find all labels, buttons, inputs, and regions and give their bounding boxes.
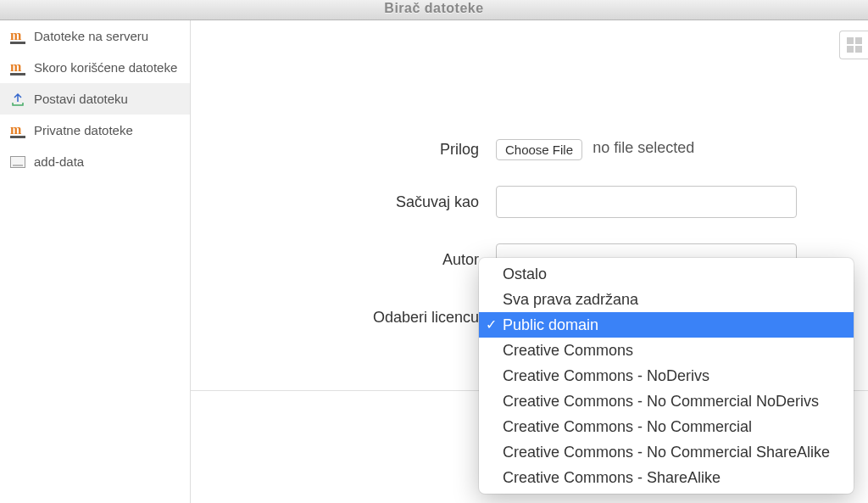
author-label: Autor <box>216 251 496 269</box>
license-option[interactable]: Creative Commons - ShareAlike <box>479 465 854 490</box>
attachment-label: Prilog <box>216 141 496 159</box>
license-option[interactable]: Creative Commons - No Commercial ShareAl… <box>479 439 854 465</box>
main-panel: Prilog Choose File no file selected Saču… <box>191 20 868 503</box>
license-option[interactable]: Sva prava zadržana <box>479 287 854 312</box>
license-option[interactable]: Creative Commons - No Commercial NoDeriv… <box>479 388 854 414</box>
repository-sidebar: Datoteke na serveru Skoro korišćene dato… <box>0 20 191 503</box>
grid-icon <box>847 37 862 53</box>
sidebar-item-server-files[interactable]: Datoteke na serveru <box>0 20 190 52</box>
moodle-icon <box>10 31 25 42</box>
license-option[interactable]: Ostalo <box>479 261 854 287</box>
sidebar-item-recent-files[interactable]: Skoro korišćene datoteke <box>0 52 190 83</box>
license-option[interactable]: Creative Commons - No Commercial <box>479 414 854 439</box>
dialog-body: Datoteke na serveru Skoro korišćene dato… <box>0 20 868 503</box>
choose-file-button[interactable]: Choose File <box>496 139 582 160</box>
save-as-row: Sačuvaj kao <box>216 186 843 218</box>
sidebar-item-label: Privatne datoteke <box>34 123 180 137</box>
sidebar-item-add-data[interactable]: add-data <box>0 146 190 177</box>
dialog-title: Birač datoteke <box>0 0 868 20</box>
save-as-label: Sačuvaj kao <box>216 193 496 211</box>
license-dropdown[interactable]: OstaloSva prava zadržanaPublic domainCre… <box>479 258 854 494</box>
license-label: Odaberi licencu <box>216 309 496 327</box>
sidebar-item-label: add-data <box>34 154 180 169</box>
view-grid-button[interactable] <box>839 31 868 59</box>
sidebar-item-label: Datoteke na serveru <box>34 29 180 43</box>
sidebar-item-label: Postavi datoteku <box>34 92 180 106</box>
license-option[interactable]: Creative Commons - NoDerivs <box>479 363 854 388</box>
sidebar-item-upload-file[interactable]: Postavi datoteku <box>0 83 190 115</box>
upload-icon <box>10 92 25 106</box>
sidebar-item-label: Skoro korišćene datoteke <box>34 60 180 75</box>
moodle-icon <box>10 125 25 137</box>
save-as-input[interactable] <box>496 186 797 218</box>
moodle-icon <box>10 62 25 74</box>
attachment-control: Choose File no file selected <box>496 139 694 160</box>
license-option[interactable]: Public domain <box>479 312 854 338</box>
sidebar-item-private-files[interactable]: Privatne datoteke <box>0 115 190 146</box>
no-file-text: no file selected <box>593 139 694 156</box>
attachment-row: Prilog Choose File no file selected <box>216 139 843 160</box>
box-icon <box>10 156 25 168</box>
license-option[interactable]: Creative Commons <box>479 338 854 363</box>
